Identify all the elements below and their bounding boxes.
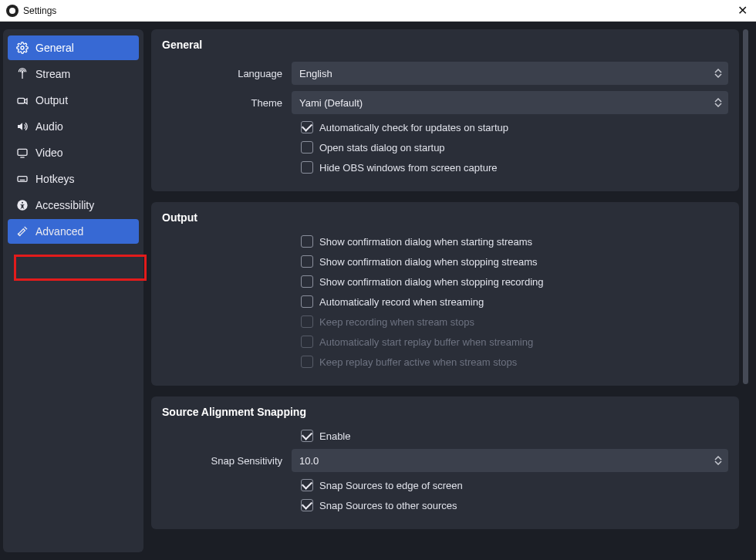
svg-rect-4 (18, 177, 27, 182)
check-snap-screen-edge[interactable]: Snap Sources to edge of screen (162, 475, 728, 495)
check-label: Keep replay buffer active when stream st… (319, 356, 517, 368)
check-keep-recording: Keep recording when stream stops (162, 312, 728, 332)
check-label: Show confirmation dialog when stopping s… (319, 256, 538, 268)
check-confirm-stop-recording[interactable]: Show confirmation dialog when stopping r… (162, 272, 728, 292)
checkbox-icon (301, 235, 313, 248)
antenna-icon (15, 68, 29, 80)
check-snap-other-sources[interactable]: Snap Sources to other sources (162, 495, 728, 515)
check-confirm-stop-stream[interactable]: Show confirmation dialog when stopping s… (162, 251, 728, 272)
sidebar-item-label: Video (35, 147, 63, 158)
panel-general: General Language English Theme (151, 29, 739, 191)
checkbox-icon (301, 356, 313, 368)
checkbox-icon (301, 479, 313, 491)
sidebar-item-label: Advanced (35, 226, 83, 237)
settings-sidebar: General Stream Output Audio Video (3, 29, 143, 552)
scrollbar[interactable] (741, 29, 748, 552)
panel-title: Output (162, 211, 728, 224)
panel-title: Source Alignment Snapping (162, 406, 728, 418)
check-label: Automatically record when streaming (319, 296, 484, 308)
check-open-stats[interactable]: Open stats dialog on startup (162, 137, 728, 157)
checkbox-icon (301, 430, 313, 442)
snap-sensitivity-input[interactable]: 10.0 (292, 449, 728, 472)
row-language: Language English (162, 59, 728, 88)
check-label: Keep recording when stream stops (319, 316, 474, 328)
check-auto-replay-buffer: Automatically start replay buffer when s… (162, 332, 728, 352)
check-keep-replay-buffer: Keep replay buffer active when stream st… (162, 352, 728, 372)
window-title: Settings (23, 5, 56, 16)
checkbox-icon (301, 336, 313, 348)
sidebar-item-hotkeys[interactable]: Hotkeys (8, 167, 139, 191)
sidebar-item-label: Audio (35, 121, 63, 132)
svg-point-1 (22, 72, 22, 73)
monitor-icon (15, 147, 29, 159)
updown-icon (713, 62, 724, 85)
svg-rect-2 (18, 98, 25, 103)
accessibility-icon (15, 199, 29, 211)
speaker-icon (15, 120, 29, 133)
panel-title: General (162, 39, 728, 51)
check-snap-enable[interactable]: Enable (162, 426, 728, 446)
sidebar-item-advanced[interactable]: Advanced (8, 219, 139, 244)
updown-icon (713, 449, 724, 472)
sidebar-item-label: Output (35, 95, 68, 106)
gear-icon (15, 42, 29, 54)
panel-output: Output Show confirmation dialog when sta… (151, 202, 739, 386)
settings-content: General Language English Theme (151, 29, 748, 552)
check-label: Open stats dialog on startup (319, 142, 445, 153)
check-label: Automatically check for updates on start… (319, 122, 508, 133)
camera-icon (15, 94, 29, 106)
checkbox-icon (301, 255, 313, 268)
check-confirm-start-stream[interactable]: Show confirmation dialog when starting s… (162, 231, 728, 251)
close-button[interactable]: ✕ (734, 3, 750, 18)
app-body: General Stream Output Audio Video (0, 22, 756, 560)
sidebar-item-label: Hotkeys (35, 174, 75, 184)
check-auto-record-streaming[interactable]: Automatically record when streaming (162, 292, 728, 312)
sidebar-item-label: Accessibility (35, 200, 94, 211)
tools-icon (15, 225, 29, 238)
sidebar-item-accessibility[interactable]: Accessibility (8, 193, 139, 218)
sidebar-item-output[interactable]: Output (8, 88, 139, 113)
app-icon (6, 5, 19, 17)
snap-sensitivity-value: 10.0 (299, 455, 319, 467)
language-select[interactable]: English (292, 62, 728, 85)
panel-snapping: Source Alignment Snapping Enable Snap Se… (151, 396, 739, 529)
svg-rect-3 (18, 149, 27, 155)
theme-value: Yami (Default) (299, 97, 363, 109)
check-label: Snap Sources to edge of screen (319, 480, 463, 491)
check-hide-obs-windows[interactable]: Hide OBS windows from screen capture (162, 157, 728, 177)
sidebar-item-label: General (35, 42, 74, 53)
checkbox-icon (301, 275, 313, 288)
row-theme: Theme Yami (Default) (162, 88, 728, 117)
sidebar-item-audio[interactable]: Audio (8, 114, 139, 139)
svg-point-0 (21, 46, 24, 49)
check-label: Enable (319, 430, 350, 442)
checkbox-icon (301, 315, 313, 328)
checkbox-icon (301, 161, 313, 174)
checkbox-icon (301, 295, 313, 308)
checkbox-icon (301, 121, 313, 133)
checkbox-icon (301, 141, 313, 153)
sidebar-item-label: Stream (35, 69, 70, 79)
check-label: Automatically start replay buffer when s… (319, 336, 533, 348)
keyboard-icon (15, 173, 29, 185)
language-label: Language (162, 68, 292, 79)
checkbox-icon (301, 499, 313, 511)
check-label: Snap Sources to other sources (319, 500, 457, 511)
check-auto-updates[interactable]: Automatically check for updates on start… (162, 117, 728, 137)
scrollbar-thumb[interactable] (743, 29, 748, 384)
check-label: Show confirmation dialog when starting s… (319, 236, 532, 248)
svg-point-6 (22, 202, 23, 204)
snap-sensitivity-label: Snap Sensitivity (162, 455, 292, 467)
check-label: Show confirmation dialog when stopping r… (319, 276, 544, 288)
sidebar-item-general[interactable]: General (8, 35, 139, 60)
language-value: English (299, 68, 332, 79)
check-label: Hide OBS windows from screen capture (319, 162, 497, 174)
theme-select[interactable]: Yami (Default) (292, 91, 728, 114)
window-titlebar: Settings ✕ (0, 0, 756, 22)
sidebar-item-stream[interactable]: Stream (8, 62, 139, 86)
sidebar-item-video[interactable]: Video (8, 140, 139, 165)
updown-icon (713, 91, 724, 114)
theme-label: Theme (162, 97, 292, 109)
row-snap-sensitivity: Snap Sensitivity 10.0 (162, 446, 728, 475)
